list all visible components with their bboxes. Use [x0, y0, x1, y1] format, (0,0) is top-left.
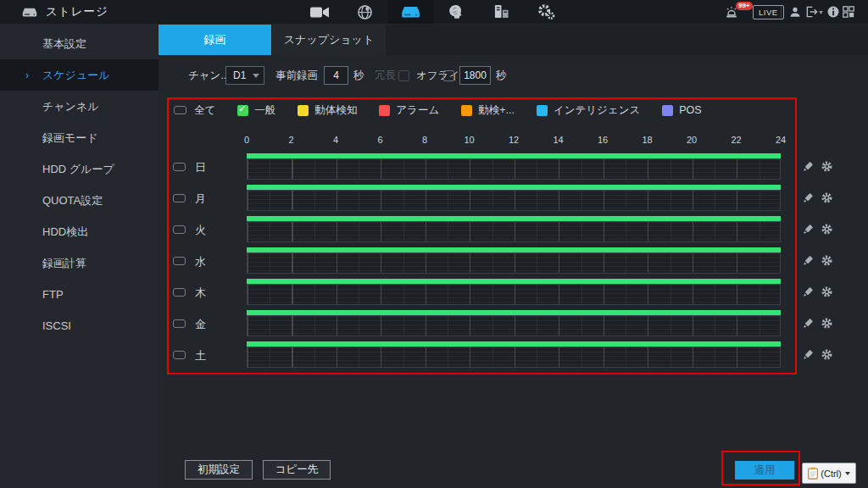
gear-icon[interactable]: [821, 317, 833, 330]
legend-items: ✓一般動体検知アラーム動検+...インテリジェンスPOS: [215, 103, 701, 118]
edit-icon[interactable]: [802, 191, 815, 204]
record-segment[interactable]: [247, 247, 781, 252]
edit-icon[interactable]: [802, 348, 815, 361]
account-icon[interactable]: [491, 2, 511, 22]
default-button[interactable]: 初期設定: [185, 460, 253, 480]
gear-icon[interactable]: [821, 223, 833, 236]
sidebar-item-label: チャンネル: [42, 99, 99, 114]
gear-icon[interactable]: [821, 286, 833, 298]
edit-icon[interactable]: [802, 160, 815, 173]
schedule-grid: [247, 284, 781, 305]
page-title: ストレージ: [46, 4, 108, 19]
day-label: 土: [195, 348, 206, 363]
edit-icon[interactable]: [802, 317, 815, 330]
paste-options-label: (Ctrl): [821, 469, 841, 479]
legend-item[interactable]: 動検+...: [461, 103, 515, 118]
offline-dl-input[interactable]: [459, 66, 491, 85]
schedule-grid: [247, 221, 781, 242]
time-tick-label: 0: [244, 135, 249, 145]
channel-select[interactable]: D1: [225, 66, 264, 85]
gear-icon[interactable]: [821, 348, 833, 361]
day-checkbox[interactable]: [173, 225, 186, 234]
edit-icon[interactable]: [802, 223, 815, 236]
legend-item[interactable]: インテリジェンス: [537, 103, 640, 118]
legend-color-swatch: [379, 105, 390, 116]
legend-color-swatch: [537, 105, 548, 116]
logout-icon[interactable]: ▼: [804, 5, 825, 19]
user-icon[interactable]: [787, 5, 803, 19]
apply-button[interactable]: 適用: [735, 461, 794, 480]
edit-icon[interactable]: [802, 254, 815, 267]
schedule-grid: [247, 252, 781, 274]
prerecord-unit: 秒: [353, 66, 364, 85]
day-checkbox[interactable]: [173, 288, 186, 297]
tab[interactable]: 録画: [159, 25, 271, 55]
schedule-track[interactable]: [247, 310, 781, 336]
storage-nav-icon[interactable]: [400, 2, 420, 22]
redundancy-checkbox[interactable]: [398, 70, 409, 81]
gear-icon[interactable]: [821, 254, 833, 267]
sidebar-item-label: 録画モード: [42, 130, 98, 146]
info-icon[interactable]: [826, 5, 841, 19]
legend-color-swatch: [298, 105, 309, 116]
record-segment[interactable]: [247, 279, 781, 284]
paste-options-button[interactable]: (Ctrl): [802, 463, 856, 484]
network-icon[interactable]: [354, 2, 375, 22]
record-segment[interactable]: [247, 153, 781, 158]
legend-item-label: アラーム: [396, 103, 439, 118]
legend-item-label: インテリジェンス: [554, 103, 640, 118]
day-checkbox[interactable]: [173, 163, 186, 171]
gear-icon[interactable]: [821, 160, 833, 173]
day-checkbox[interactable]: [173, 319, 186, 328]
record-segment[interactable]: [247, 310, 781, 315]
record-segment[interactable]: [247, 216, 781, 221]
time-tick-label: 12: [509, 135, 519, 145]
day-row: 土: [0, 341, 868, 368]
schedule-grid: [247, 315, 781, 336]
time-tick-label: 8: [422, 135, 427, 145]
schedule-track[interactable]: [247, 185, 781, 211]
legend-item-label: 一般: [254, 103, 275, 118]
camera-icon[interactable]: [309, 2, 330, 22]
system-settings-icon[interactable]: [536, 2, 556, 22]
sidebar-item[interactable]: 基本設定: [0, 28, 159, 59]
schedule-track[interactable]: [247, 341, 781, 368]
day-checkbox[interactable]: [173, 194, 186, 202]
prerecord-input[interactable]: [324, 66, 348, 85]
sidebar-item[interactable]: ›スケジュール: [0, 59, 159, 91]
legend-item[interactable]: POS: [662, 104, 701, 116]
tab[interactable]: スナップショット: [271, 25, 386, 55]
schedule-track[interactable]: [247, 247, 781, 274]
schedule-rows: 日 月 火: [0, 153, 868, 373]
live-button[interactable]: LIVE: [753, 5, 784, 19]
schedule-track[interactable]: [247, 153, 781, 180]
day-row: 水: [0, 247, 868, 274]
record-segment[interactable]: [247, 341, 781, 347]
storage-title-icon: [22, 7, 37, 18]
schedule-grid: [247, 190, 781, 211]
sidebar-item[interactable]: チャンネル: [0, 91, 159, 122]
edit-icon[interactable]: [802, 286, 815, 298]
time-tick-label: 6: [377, 135, 382, 145]
legend-row: 全て ✓一般動体検知アラーム動検+...インテリジェンスPOS: [174, 103, 702, 118]
day-checkbox[interactable]: [173, 257, 186, 265]
sidebar-item[interactable]: 録画モード: [0, 122, 159, 153]
legend-item[interactable]: 動体検知: [298, 103, 357, 118]
time-tick-label: 20: [687, 135, 697, 145]
day-row: 金: [0, 310, 868, 336]
copy-to-button[interactable]: コピー先: [263, 460, 331, 480]
legend-item[interactable]: アラーム: [379, 103, 439, 118]
ai-icon[interactable]: [445, 2, 465, 22]
schedule-track[interactable]: [247, 279, 781, 305]
day-row: 月: [0, 185, 868, 211]
offline-dl-checkbox[interactable]: [443, 70, 454, 81]
schedule-track[interactable]: [247, 216, 781, 242]
layout-icon[interactable]: [841, 5, 856, 19]
app-window: ストレージ 99+ LIVE ▼: [0, 0, 868, 488]
day-label: 月: [195, 191, 206, 207]
select-all-checkbox[interactable]: [174, 106, 186, 114]
day-checkbox[interactable]: [173, 351, 186, 359]
record-segment[interactable]: [247, 185, 781, 190]
legend-item[interactable]: ✓一般: [237, 103, 275, 118]
gear-icon[interactable]: [821, 191, 833, 204]
